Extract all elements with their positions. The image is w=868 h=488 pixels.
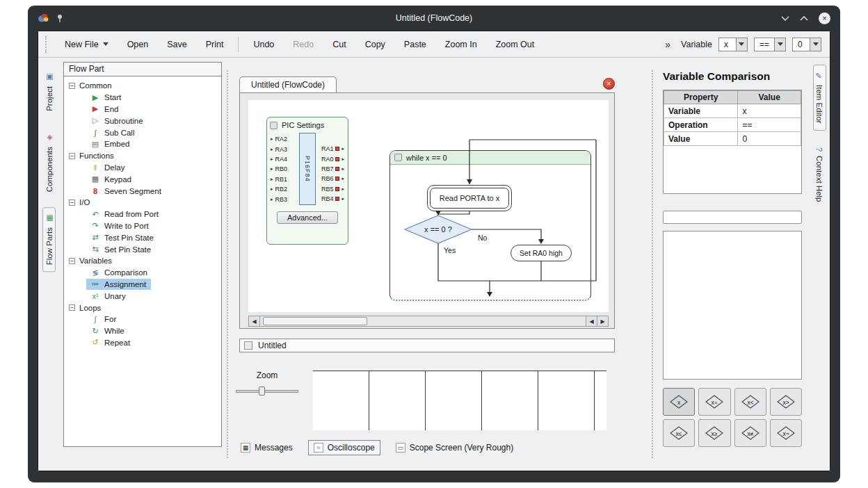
tree-item[interactable]: – Loops	[65, 302, 106, 314]
operator-button[interactable]: x>	[770, 388, 802, 416]
combo-caret-icon[interactable]	[810, 38, 821, 51]
tree-item[interactable]: – Common	[65, 80, 117, 92]
scroll-left-button[interactable]: ◀	[586, 316, 597, 326]
zoom-slider-thumb[interactable]	[259, 387, 265, 396]
tree-item[interactable]: – Functions	[65, 150, 119, 162]
tree-item[interactable]: ↺ Repeat	[86, 337, 135, 349]
save-button[interactable]: Save	[158, 36, 196, 53]
toolbar-handle[interactable]	[45, 36, 49, 53]
tree-item[interactable]: – Variables	[65, 255, 117, 267]
tree-item[interactable]: ▶ Start	[86, 92, 126, 104]
flowchart-canvas[interactable]: PIC Settings ▸ RA2	[248, 100, 609, 312]
toolbar-overflow-button[interactable]: »	[665, 39, 670, 50]
property-row[interactable]: Operation ==	[664, 118, 801, 132]
value-combo[interactable]: 0	[792, 38, 821, 51]
new-file-button[interactable]: New File	[56, 36, 118, 53]
right-dock-tab[interactable]: ? Context Help	[813, 140, 826, 209]
tree-item[interactable]: ʃ For	[86, 314, 121, 325]
while-loop-box[interactable]: while x == 0	[389, 150, 591, 301]
property-value-cell[interactable]: x	[738, 104, 801, 118]
tree-item[interactable]: ▷ Subroutine	[86, 115, 148, 127]
operator-button[interactable]: x≠	[734, 419, 766, 447]
zoom-slider[interactable]	[234, 386, 300, 396]
tree-item[interactable]: ↶ Read from Port	[86, 209, 163, 220]
property-value-cell[interactable]: 0	[738, 132, 801, 146]
property-edit-input[interactable]	[663, 211, 802, 224]
tree-item[interactable]: ‖ Delay	[86, 162, 129, 174]
operator-button[interactable]: x=	[698, 388, 730, 416]
tree-item[interactable]: 8 Seven Segment	[86, 185, 166, 197]
zoom-slider-track[interactable]	[236, 390, 298, 393]
left-dock-tab[interactable]: Components ◈	[42, 127, 56, 199]
expander-icon[interactable]: –	[69, 200, 75, 206]
canvas-hscrollbar[interactable]: ◀ ◀ ▶	[248, 316, 609, 327]
tree-item[interactable]: ↻ While	[86, 325, 129, 337]
advanced-button[interactable]: Advanced...	[277, 211, 338, 224]
tree-item[interactable]: ⇄ Test Pin State	[86, 231, 159, 243]
close-document-button[interactable]: ×	[603, 78, 615, 90]
operator-button[interactable]: x~	[770, 419, 802, 447]
print-button[interactable]: Print	[197, 36, 233, 53]
bottom-tab[interactable]: ▭ Scope Screen (Very Rough)	[390, 440, 519, 455]
tree-item[interactable]: – I/O	[65, 197, 95, 209]
decision-operator-icon: x<	[739, 394, 762, 409]
operator-button[interactable]: x≥	[698, 419, 730, 447]
undo-button[interactable]: Undo	[244, 36, 283, 53]
expander-icon[interactable]: –	[69, 153, 75, 159]
operator-button[interactable]: x<	[734, 388, 766, 416]
combo-caret-icon[interactable]	[774, 38, 785, 51]
tree-item[interactable]: ⇆ Set Pin State	[86, 243, 156, 255]
property-row[interactable]: Value 0	[664, 132, 801, 146]
expander-icon[interactable]: –	[69, 304, 75, 311]
cut-button[interactable]: Cut	[323, 36, 355, 53]
scroll-thumb[interactable]	[263, 317, 367, 325]
set-ra0-box[interactable]: Set RA0 high	[511, 245, 572, 261]
scroll-right-button[interactable]: ▶	[597, 316, 608, 326]
zoom-in-button[interactable]: Zoom In	[436, 36, 486, 53]
combo-caret-icon[interactable]	[736, 38, 747, 51]
operator-button[interactable]: x	[663, 388, 695, 416]
read-porta-box[interactable]: Read PORTA to x	[427, 185, 512, 211]
tree-item-icon: ≶	[90, 268, 101, 277]
copy-button[interactable]: Copy	[356, 36, 394, 53]
splitter-right[interactable]	[650, 58, 654, 471]
scroll-track[interactable]	[260, 316, 586, 326]
flow-part-selector[interactable]: Flow Part	[63, 62, 222, 76]
expander-icon[interactable]: –	[69, 83, 75, 89]
maximize-button[interactable]	[800, 15, 808, 21]
bottom-tab[interactable]: ≈ Oscilloscope	[308, 440, 380, 455]
tree-item[interactable]: ▤ Embed	[86, 138, 134, 150]
tree-item[interactable]: ≶ Comparison	[86, 267, 152, 279]
left-dock-tab[interactable]: Flow Parts ▦	[42, 207, 56, 272]
variable-combo[interactable]: x	[718, 38, 748, 51]
macro-label: Untitled	[258, 341, 287, 350]
document-tab[interactable]: Untitled (FlowCode)	[239, 76, 337, 92]
open-button[interactable]: Open	[118, 36, 158, 53]
tree-item[interactable]: ▦ Keypad	[86, 173, 136, 185]
tree-item[interactable]: ↷ Write to Port	[86, 220, 154, 232]
minimize-button[interactable]	[781, 15, 789, 21]
tree-item[interactable]: x¹ Unary	[86, 290, 131, 302]
property-row[interactable]: Variable x	[664, 104, 801, 118]
operator-button[interactable]: x≤	[663, 419, 695, 447]
close-button[interactable]: ×	[819, 13, 830, 24]
tree-item[interactable]: ▶ End	[86, 104, 123, 115]
property-value-cell[interactable]: ==	[738, 118, 801, 132]
bottom-tab[interactable]: ▦ Messages	[235, 440, 298, 455]
window-title: Untitled (FlowCode)	[128, 13, 740, 23]
scroll-left-button[interactable]: ◀	[249, 316, 260, 326]
tree-item[interactable]: ≔ Assignment	[86, 279, 151, 291]
component-handle-icon[interactable]	[270, 122, 278, 129]
splitter-left[interactable]	[225, 58, 230, 471]
expander-icon[interactable]: –	[69, 258, 75, 264]
component-handle-icon[interactable]	[394, 154, 402, 161]
operator-combo[interactable]: ==	[754, 38, 786, 51]
tree-item[interactable]: ʃ Sub Call	[86, 127, 139, 138]
macro-bar[interactable]: Untitled	[239, 339, 615, 352]
pic-settings-panel[interactable]: PIC Settings ▸ RA2	[266, 117, 348, 245]
right-dock-tab[interactable]: ✎ Item Editor	[813, 65, 826, 131]
zoom-out-button[interactable]: Zoom Out	[487, 36, 544, 53]
paste-button[interactable]: Paste	[395, 36, 435, 53]
left-dock-tab[interactable]: Project ▣	[42, 66, 56, 118]
pin-icon[interactable]	[56, 14, 64, 23]
